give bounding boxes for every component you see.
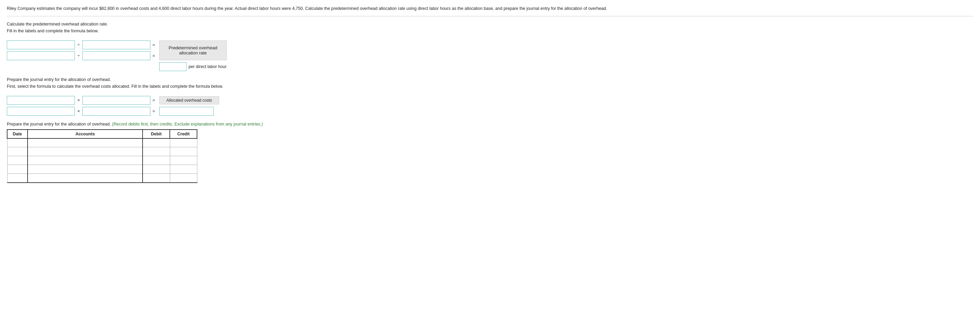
journal-credit-input[interactable]: [170, 156, 197, 165]
journal-credit-cell: [170, 156, 197, 165]
overhead-rate-label-line2: allocation rate: [179, 50, 207, 55]
formula2-row2-equals: =: [153, 108, 157, 114]
formula1-result-input[interactable]: [159, 62, 186, 71]
table-row: [7, 138, 197, 147]
allocated-overhead-label: Allocated overhead costs: [159, 96, 219, 105]
journal-credit-input[interactable]: [170, 165, 197, 173]
col-header-credit: Credit: [170, 130, 197, 138]
journal-credit-cell: [170, 147, 197, 156]
journal-debit-cell: [143, 138, 170, 147]
section2: Prepare the journal entry for the alloca…: [7, 77, 973, 116]
formula1-numerator-input[interactable]: [7, 40, 75, 49]
journal-date-input[interactable]: [8, 139, 27, 147]
journal-date-cell: [7, 156, 27, 165]
journal-date-input[interactable]: [8, 156, 27, 165]
formula2-row1-equals: =: [153, 98, 157, 103]
journal-credit-input[interactable]: [170, 139, 197, 147]
journal-credit-cell: [170, 165, 197, 174]
journal-debit-cell: [143, 174, 170, 183]
formula2-right2-input[interactable]: [82, 107, 150, 116]
formula1-denominator-input[interactable]: [82, 40, 150, 49]
section1: Calculate the predetermined overhead all…: [7, 22, 973, 71]
formula2-right1-input[interactable]: [82, 96, 150, 105]
overhead-rate-label-line1: Predetermined overhead: [169, 45, 217, 50]
journal-accounts-input[interactable]: [28, 156, 142, 165]
table-row: [7, 174, 197, 183]
table-row: [7, 147, 197, 156]
formula2-left1-input[interactable]: [7, 96, 75, 105]
section3-green-text: (Record debits first, then credits. Excl…: [112, 122, 263, 127]
formula2-row1-operator: ×: [77, 98, 80, 103]
col-header-date: Date: [7, 130, 27, 138]
formula2-left2-input[interactable]: [7, 107, 75, 116]
problem-statement: Riley Company estimates the company will…: [7, 5, 973, 16]
table-row: [7, 156, 197, 165]
formula2-result-input[interactable]: [159, 107, 214, 116]
formula1-row2-operator: ÷: [77, 53, 80, 58]
formula1-row1-operator: ÷: [77, 42, 80, 47]
journal-date-cell: [7, 138, 27, 147]
journal-accounts-cell: [27, 165, 143, 174]
journal-credit-input[interactable]: [170, 147, 197, 156]
per-direct-labor-label: per direct labor hour: [189, 64, 227, 69]
journal-accounts-cell: [27, 138, 143, 147]
journal-accounts-input[interactable]: [28, 174, 142, 182]
problem-text: Riley Company estimates the company will…: [7, 6, 607, 11]
overhead-rate-label-box: Predetermined overhead allocation rate: [159, 40, 227, 60]
table-row: [7, 165, 197, 174]
formula1-row2-equals: =: [153, 53, 157, 58]
section3-main-text: Prepare the journal entry for the alloca…: [7, 122, 111, 127]
journal-debit-input[interactable]: [143, 156, 169, 165]
journal-date-input[interactable]: [8, 147, 27, 156]
journal-debit-input[interactable]: [143, 165, 169, 173]
journal-debit-input[interactable]: [143, 174, 169, 182]
journal-date-input[interactable]: [8, 165, 27, 173]
journal-debit-input[interactable]: [143, 139, 169, 147]
journal-debit-cell: [143, 147, 170, 156]
formula2-row2-operator: ×: [77, 108, 80, 114]
journal-debit-cell: [143, 156, 170, 165]
formula1-numerator2-input[interactable]: [7, 51, 75, 60]
journal-accounts-cell: [27, 174, 143, 183]
section1-instruction1: Calculate the predetermined overhead all…: [7, 22, 973, 27]
section3: Prepare the journal entry for the alloca…: [7, 122, 973, 183]
journal-date-cell: [7, 147, 27, 156]
col-header-debit: Debit: [143, 130, 170, 138]
journal-accounts-cell: [27, 156, 143, 165]
journal-accounts-input[interactable]: [28, 165, 142, 173]
section2-instruction2: First, select the formula to calculate t…: [7, 84, 973, 89]
journal-credit-input[interactable]: [170, 174, 197, 182]
section2-instruction1: Prepare the journal entry for the alloca…: [7, 77, 973, 82]
journal-entry-table: Date Accounts Debit Credit: [7, 129, 197, 183]
journal-accounts-cell: [27, 147, 143, 156]
journal-debit-cell: [143, 165, 170, 174]
formula1-row1-equals: =: [153, 42, 157, 47]
journal-credit-cell: [170, 174, 197, 183]
journal-debit-input[interactable]: [143, 147, 169, 156]
journal-date-cell: [7, 174, 27, 183]
section1-instruction2: Fill in the labels and complete the form…: [7, 29, 973, 33]
journal-accounts-input[interactable]: [28, 139, 142, 147]
section3-instruction: Prepare the journal entry for the alloca…: [7, 122, 973, 127]
journal-date-input[interactable]: [8, 174, 27, 182]
journal-date-cell: [7, 165, 27, 174]
journal-accounts-input[interactable]: [28, 147, 142, 156]
journal-credit-cell: [170, 138, 197, 147]
col-header-accounts: Accounts: [27, 130, 143, 138]
formula1-denominator2-input[interactable]: [82, 51, 150, 60]
